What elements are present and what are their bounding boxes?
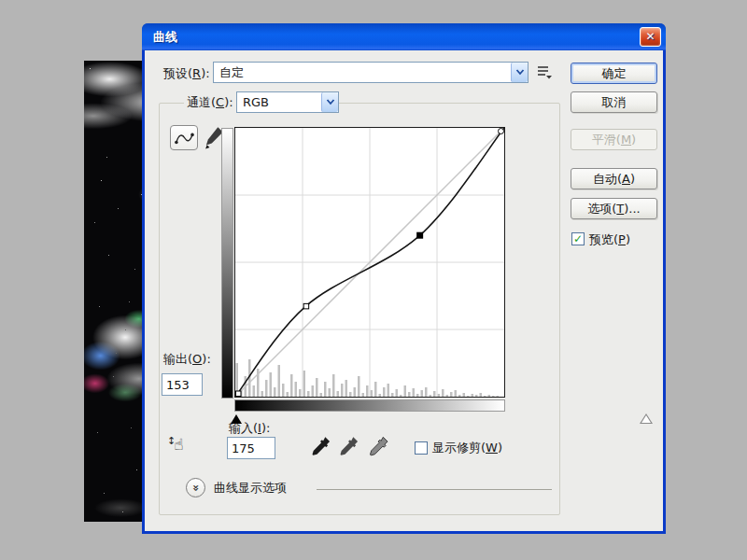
- close-icon: ✕: [645, 30, 655, 43]
- curve-point-tool-button[interactable]: [170, 125, 198, 150]
- preview-label: 预览(P): [589, 231, 630, 248]
- channel-dropdown[interactable]: RGB: [236, 91, 339, 113]
- check-icon: ✓: [573, 232, 583, 245]
- show-clipping-checkbox[interactable]: [415, 441, 428, 455]
- expand-options-button[interactable]: »: [186, 478, 205, 497]
- dialog-title: 曲线: [153, 30, 177, 44]
- chevron-down-icon[interactable]: [321, 92, 338, 112]
- black-eyedropper-icon[interactable]: [309, 435, 331, 459]
- channel-label: 通道(C):: [184, 94, 236, 111]
- double-chevron-icon: »: [189, 484, 202, 492]
- curve-plot-area[interactable]: [234, 127, 505, 398]
- preset-value: 自定: [219, 64, 244, 81]
- section-divider: [317, 489, 552, 490]
- options-button[interactable]: 选项(T)...: [571, 198, 657, 219]
- white-point-slider[interactable]: [640, 413, 653, 424]
- preview-checkbox[interactable]: ✓: [571, 232, 585, 245]
- preset-label: 预设(R):: [163, 65, 210, 82]
- curve-display-options-label: 曲线显示选项: [214, 480, 287, 497]
- show-clipping-label: 显示修剪(W): [432, 440, 502, 456]
- on-image-adjust-hand-icon[interactable]: ↕☝: [167, 435, 184, 454]
- gray-eyedropper-icon[interactable]: [337, 435, 359, 459]
- smooth-button: 平滑(M): [571, 129, 657, 150]
- chevron-down-icon[interactable]: [511, 63, 528, 82]
- auto-button[interactable]: 自动(A): [571, 168, 657, 189]
- curve-icon: [173, 130, 195, 147]
- channel-value: RGB: [243, 95, 269, 109]
- dialog-titlebar[interactable]: 曲线 ✕: [142, 23, 666, 50]
- input-value-input[interactable]: [227, 437, 275, 459]
- output-value-input[interactable]: [162, 373, 203, 396]
- curve-chart: [235, 128, 504, 397]
- dialog-body: 预设(R): 自定 确定 取消 平滑(M) 自动(A) 选项(T)... ✓ 预…: [145, 50, 663, 531]
- preset-options-menu-icon[interactable]: [536, 64, 553, 82]
- white-eyedropper-icon[interactable]: [367, 435, 389, 459]
- output-label: 输出(O):: [163, 351, 211, 368]
- close-button[interactable]: ✕: [640, 27, 661, 47]
- input-gradient-bar: [234, 399, 505, 412]
- output-gradient-bar: [221, 128, 233, 399]
- preset-dropdown[interactable]: 自定: [213, 62, 529, 83]
- starfield-decoration: [90, 68, 91, 69]
- ok-button[interactable]: 确定: [571, 63, 657, 84]
- curves-dialog: 曲线 ✕ 预设(R): 自定 确定 取消 平滑(M) 自动(A) 选项(T)..…: [142, 23, 666, 534]
- cancel-button[interactable]: 取消: [571, 91, 657, 113]
- input-label: 输入(I):: [229, 420, 270, 437]
